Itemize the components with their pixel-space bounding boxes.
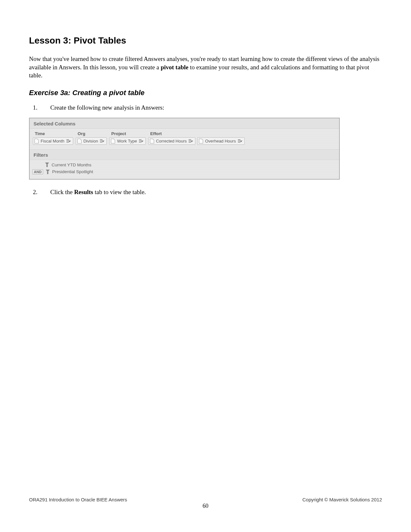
- column-chip-overhead-hours[interactable]: Overhead Hours: [197, 137, 244, 145]
- selected-columns-header: Selected Columns: [30, 118, 339, 129]
- column-icon: [150, 139, 154, 143]
- column-chip-label: Division: [83, 139, 98, 143]
- options-icon[interactable]: [100, 139, 104, 143]
- filter-icon: [46, 170, 50, 174]
- group-label: Org: [76, 131, 107, 136]
- filter-row[interactable]: AND Presidential Spotlight: [33, 169, 336, 174]
- column-chip-fiscal-month[interactable]: Fiscal Month: [33, 137, 73, 145]
- step-2-bold-results: Results: [74, 189, 93, 195]
- filter-icon: [45, 163, 49, 167]
- column-group-effort: Effort Corrected Hours Overhead Hours: [148, 131, 245, 145]
- filter-row[interactable]: Current YTD Months: [33, 163, 336, 167]
- intro-paragraph: Now that you've learned how to create fi…: [29, 55, 382, 80]
- column-chip-division[interactable]: Division: [76, 137, 107, 145]
- intro-bold-pivot-table: pivot table: [161, 64, 188, 71]
- footer-left: ORA291 Introduction to Oracle BIEE Answe…: [29, 497, 127, 502]
- column-icon: [34, 139, 39, 143]
- column-chip-corrected-hours[interactable]: Corrected Hours: [148, 137, 195, 145]
- lesson-title: Lesson 3: Pivot Tables: [29, 35, 382, 46]
- group-label: Project: [109, 131, 146, 136]
- step-2-text: Click the Results tab to view the table.: [50, 189, 382, 196]
- column-group-time: Time Fiscal Month: [33, 131, 73, 145]
- filters-header: Filters: [30, 150, 339, 160]
- column-chip-work-type[interactable]: Work Type: [109, 137, 146, 145]
- step-1-text: Create the following new analysis in Ans…: [50, 104, 382, 111]
- page-number: 60: [0, 503, 411, 509]
- filter-operator-and[interactable]: AND: [32, 169, 43, 174]
- step-2-b: tab to view the table.: [93, 189, 146, 195]
- selected-columns-panel: Selected Columns Time Fiscal Month: [30, 118, 339, 149]
- filters-panel: Filters Current YTD Months AND President…: [30, 149, 339, 179]
- column-group-project: Project Work Type: [109, 131, 146, 145]
- group-label: Time: [33, 131, 73, 136]
- footer-right: Copyright © Maverick Solutions 2012: [302, 497, 382, 502]
- answers-criteria-screenshot: Selected Columns Time Fiscal Month: [29, 118, 340, 180]
- group-label: Effort: [148, 131, 245, 136]
- column-group-org: Org Division: [76, 131, 107, 145]
- options-icon[interactable]: [189, 139, 193, 143]
- column-chip-label: Corrected Hours: [156, 139, 187, 143]
- column-chip-label: Work Type: [117, 139, 137, 143]
- options-icon[interactable]: [66, 139, 71, 143]
- step-2-a: Click the: [50, 189, 74, 195]
- column-icon: [77, 139, 82, 143]
- column-icon: [111, 139, 115, 143]
- options-icon[interactable]: [139, 139, 143, 143]
- filter-text: Current YTD Months: [52, 163, 92, 167]
- column-chip-label: Fiscal Month: [41, 139, 64, 143]
- column-chip-label: Overhead Hours: [205, 139, 236, 143]
- column-icon: [199, 139, 203, 143]
- exercise-title: Exercise 3a: Creating a pivot table: [29, 89, 382, 97]
- options-icon[interactable]: [238, 139, 242, 143]
- filter-text: Presidential Spotlight: [52, 169, 93, 174]
